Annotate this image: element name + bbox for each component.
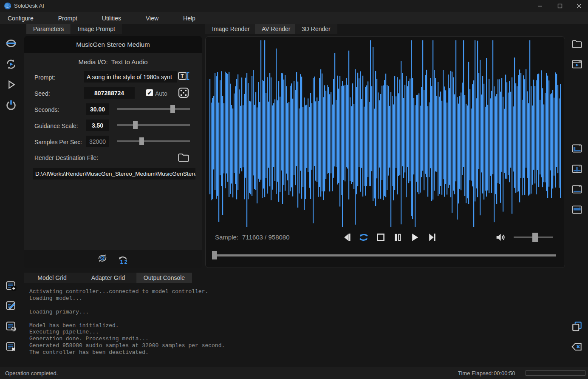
app-logo-icon <box>4 2 11 10</box>
media-window-icon[interactable] <box>571 58 583 71</box>
copy-icon[interactable] <box>571 320 583 333</box>
maximize-button[interactable] <box>550 0 570 12</box>
stop-button[interactable] <box>375 231 387 243</box>
tab-parameters-label: Parameters <box>33 26 64 32</box>
layout-top-icon[interactable] <box>571 203 583 216</box>
console-output-text: Activating controller...connected to mod… <box>29 288 225 356</box>
output-console[interactable]: Activating controller...connected to mod… <box>24 284 565 363</box>
power-icon[interactable] <box>5 99 17 111</box>
tab-image-render-label: Image Render <box>212 26 250 32</box>
document-edit-icon[interactable] <box>5 299 17 312</box>
seconds-slider[interactable] <box>117 105 190 113</box>
seed-label: Seed: <box>34 90 50 97</box>
menu-item-view[interactable]: View <box>138 12 166 24</box>
left-toolbar <box>0 24 24 367</box>
time-elapsed-label: Time Elapsed: <box>458 370 493 376</box>
play-button[interactable] <box>409 231 421 243</box>
render-destination-label: Render Destination File: <box>34 154 98 161</box>
guidance-slider-thumb[interactable] <box>133 121 138 129</box>
samples-per-sec-slider[interactable] <box>117 137 190 145</box>
menu-item-utilities[interactable]: Utilities <box>94 12 129 24</box>
time-elapsed-value: 00:00:50 <box>494 370 515 376</box>
tab-image-prompt-label: Image Prompt <box>78 26 115 32</box>
media-io-line: Media I/O: Text to Audio <box>24 58 202 66</box>
tab-model-grid-label: Model Grid <box>37 274 66 281</box>
seconds-input[interactable]: 30.00 <box>86 103 109 115</box>
seek-slider-thumb[interactable] <box>212 251 217 259</box>
tab-output-console[interactable]: Output Console <box>136 273 192 283</box>
tab-image-prompt[interactable]: Image Prompt <box>71 24 122 34</box>
tab-adapter-grid-label: Adapter Grid <box>91 274 125 281</box>
media-io-label: Media I/O: <box>78 58 107 66</box>
dice-random-seed-button[interactable] <box>177 86 190 99</box>
play-outline-icon[interactable] <box>5 78 17 91</box>
backspace-icon[interactable] <box>571 340 583 353</box>
redo-steps-label: 1 2 <box>120 259 127 265</box>
seconds-slider-thumb[interactable] <box>170 105 175 113</box>
guidance-scale-label: Guidance Scale: <box>34 123 78 129</box>
seed-input[interactable]: 807288724 <box>84 87 135 99</box>
render-destination-path-input[interactable]: D:\AIWorks\Render\MusicGen_Stereo_Medium… <box>33 168 195 180</box>
volume-slider-thumb[interactable] <box>532 233 538 242</box>
redo-steps-icon[interactable]: 1 2 <box>116 253 130 265</box>
menu-item-configure[interactable]: Configure <box>0 12 41 24</box>
auto-seed-checkbox[interactable]: ✔ <box>146 89 153 96</box>
checkmark-icon: ✔ <box>147 90 152 96</box>
pause-button[interactable] <box>392 231 404 243</box>
tab-av-render[interactable]: AV Render <box>255 24 297 34</box>
minimize-icon <box>537 3 543 9</box>
skip-forward-button[interactable] <box>426 231 438 243</box>
seek-slider[interactable] <box>212 251 556 259</box>
tab-output-console-label: Output Console <box>144 274 185 281</box>
skip-back-button[interactable] <box>341 231 353 243</box>
document-refresh-icon[interactable] <box>5 320 17 333</box>
minimize-button[interactable] <box>530 0 550 12</box>
media-io-value: Text to Audio <box>111 58 148 66</box>
window-title: SoloDesk AI <box>14 3 44 9</box>
playback-controls-row: Sample: 711603 / 958080 <box>206 229 565 246</box>
prompt-input[interactable]: A song in the style of 1980s synt <box>84 71 177 83</box>
sample-label: Sample: <box>215 234 238 241</box>
auto-generate-settings-icon[interactable]: ⚙ <box>96 252 109 266</box>
layout-split-icon[interactable] <box>571 162 583 175</box>
loop-button[interactable] <box>358 231 370 243</box>
folder-icon[interactable] <box>571 37 583 50</box>
svg-text:T: T <box>181 73 184 79</box>
tab-3d-render[interactable]: 3D Render <box>295 24 337 34</box>
close-icon <box>577 3 582 9</box>
browse-folder-button[interactable] <box>177 151 190 164</box>
close-button[interactable] <box>569 0 588 12</box>
menu-item-prompt[interactable]: Prompt <box>51 12 85 24</box>
guidance-slider-track <box>117 124 190 126</box>
samples-per-sec-input[interactable]: 32000 <box>86 136 109 147</box>
document-delete-icon[interactable] <box>5 340 17 353</box>
sample-counter: 711603 / 958080 <box>242 234 290 241</box>
tab-av-render-label: AV Render <box>262 26 290 32</box>
menu-item-help[interactable]: Help <box>175 12 203 24</box>
document-add-icon[interactable] <box>5 279 17 292</box>
tab-parameters[interactable]: Parameters <box>26 24 71 34</box>
guidance-scale-slider[interactable] <box>117 121 190 129</box>
prompt-text-edit-button[interactable]: T <box>177 70 190 83</box>
status-bar: Operation completed. Time Elapsed: 00:00… <box>0 367 588 379</box>
layout-left-bottom-icon[interactable] <box>571 142 583 155</box>
link-icon[interactable] <box>5 37 17 50</box>
auto-seed-label: Auto <box>155 90 167 97</box>
tab-3d-render-label: 3D Render <box>302 26 331 32</box>
title-bar: SoloDesk AI <box>0 0 588 12</box>
sync-play-icon[interactable] <box>5 58 17 71</box>
av-render-panel: Sample: 711603 / 958080 <box>205 36 565 268</box>
menu-bar: Configure Prompt Utilities View Help <box>0 12 588 24</box>
tab-adapter-grid[interactable]: Adapter Grid <box>80 273 136 283</box>
layout-bottom-icon[interactable] <box>571 183 583 196</box>
volume-icon[interactable] <box>495 231 506 243</box>
parameters-footer: ⚙ 1 2 <box>24 250 202 268</box>
samples-slider-thumb[interactable] <box>139 137 144 145</box>
guidance-scale-input[interactable]: 3.50 <box>86 120 109 131</box>
tab-image-render[interactable]: Image Render <box>205 24 257 34</box>
volume-slider[interactable] <box>514 234 553 241</box>
tab-model-grid[interactable]: Model Grid <box>24 273 80 283</box>
audio-waveform[interactable] <box>209 38 561 229</box>
model-name-header: MusicGen Stereo Medium <box>24 36 202 53</box>
seek-slider-track <box>212 254 556 256</box>
